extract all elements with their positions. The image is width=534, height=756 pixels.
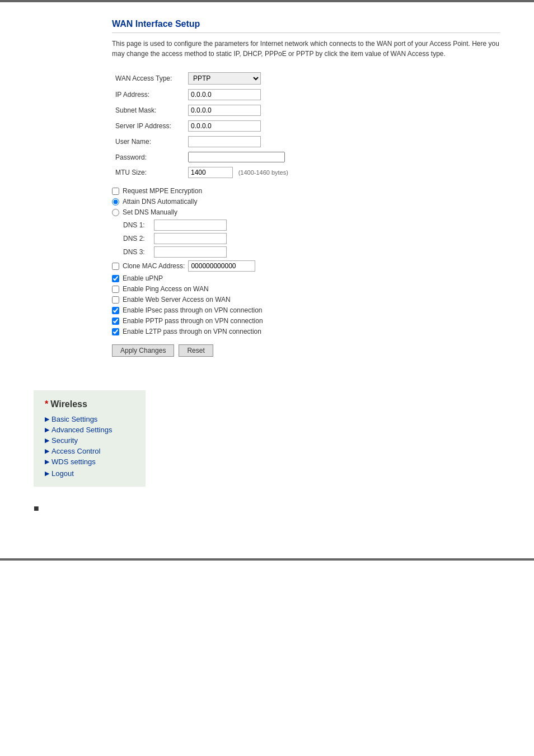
password-row: Password: <box>112 150 292 165</box>
wan-access-type-row: WAN Access Type: PPTP Static IP DHCP PPP… <box>112 70 292 87</box>
mtu-label: MTU Size: <box>112 165 185 180</box>
password-value <box>185 150 292 165</box>
clone-mac-label: Clone MAC Address: <box>123 262 185 270</box>
wan-access-type-select[interactable]: PPTP Static IP DHCP PPPoE <box>188 72 261 85</box>
username-row: User Name: <box>112 134 292 150</box>
server-ip-input[interactable] <box>188 120 261 132</box>
ip-address-input[interactable] <box>188 89 261 100</box>
wireless-nav-panel: *Wireless ▶ Basic Settings ▶ Advanced Se… <box>34 390 146 487</box>
ip-address-label: IP Address: <box>112 87 185 102</box>
clone-mac-input[interactable] <box>188 260 255 272</box>
reset-button[interactable]: Reset <box>179 344 213 357</box>
set-dns-row: Set DNS Manually <box>112 208 500 216</box>
arrow-icon-advanced: ▶ <box>45 426 49 433</box>
sidebar-item-label-advanced: Advanced Settings <box>51 426 112 434</box>
dns1-label: DNS 1: <box>123 221 154 229</box>
enable-l2tp-label: Enable L2TP pass through on VPN connecti… <box>123 328 261 335</box>
ip-address-row: IP Address: <box>112 87 292 102</box>
mtu-input[interactable] <box>188 167 233 178</box>
dns2-input[interactable] <box>154 233 227 244</box>
request-mppe-row: Request MPPE Encryption <box>112 187 500 195</box>
dns3-row: DNS 3: <box>123 246 500 258</box>
enable-web-label: Enable Web Server Access on WAN <box>123 296 231 304</box>
set-dns-label: Set DNS Manually <box>123 208 177 216</box>
server-ip-row: Server IP Address: <box>112 118 292 134</box>
form-table: WAN Access Type: PPTP Static IP DHCP PPP… <box>112 70 292 180</box>
logout-label: Logout <box>51 469 74 478</box>
sidebar-item-label-security: Security <box>51 436 78 445</box>
dns3-input[interactable] <box>154 246 227 258</box>
dns1-input[interactable] <box>154 220 227 231</box>
attain-dns-label: Attain DNS Automatically <box>123 198 197 206</box>
sidebar-item-security[interactable]: ▶ Security <box>45 435 134 446</box>
dns2-label: DNS 2: <box>123 235 154 242</box>
request-mppe-checkbox[interactable] <box>112 188 119 195</box>
enable-upnp-label: Enable uPNP <box>123 274 163 282</box>
password-label: Password: <box>112 150 185 165</box>
wan-form-section: WAN Access Type: PPTP Static IP DHCP PPP… <box>112 70 500 357</box>
logout-item[interactable]: ▶ Logout <box>45 469 134 478</box>
enable-ping-label: Enable Ping Access on WAN <box>123 285 209 293</box>
enable-l2tp-row: Enable L2TP pass through on VPN connecti… <box>112 328 500 335</box>
password-input[interactable] <box>188 152 285 162</box>
arrow-icon-basic: ▶ <box>45 416 49 423</box>
attain-dns-radio[interactable] <box>112 198 119 206</box>
sidebar-item-label-basic: Basic Settings <box>51 415 97 423</box>
button-row: Apply Changes Reset <box>112 344 500 357</box>
subnet-mask-input[interactable] <box>188 105 261 116</box>
subnet-mask-row: Subnet Mask: <box>112 102 292 118</box>
enable-ipsec-row: Enable IPsec pass through on VPN connect… <box>112 306 500 314</box>
request-mppe-label: Request MPPE Encryption <box>123 187 202 195</box>
attain-dns-row: Attain DNS Automatically <box>112 198 500 206</box>
enable-ipsec-label: Enable IPsec pass through on VPN connect… <box>123 306 263 314</box>
arrow-icon-logout: ▶ <box>45 470 49 477</box>
main-content: WAN Interface Setup This page is used to… <box>0 2 534 368</box>
arrow-icon-access: ▶ <box>45 447 49 455</box>
bullet-point: ■ <box>34 503 534 514</box>
mtu-row: MTU Size: (1400-1460 bytes) <box>112 165 292 180</box>
ip-address-value <box>185 87 292 102</box>
enable-l2tp-checkbox[interactable] <box>112 328 119 335</box>
mtu-note: (1400-1460 bytes) <box>238 169 288 176</box>
sidebar-item-access-control[interactable]: ▶ Access Control <box>45 446 134 456</box>
enable-upnp-checkbox[interactable] <box>112 275 119 282</box>
arrow-icon-wds: ▶ <box>45 458 49 465</box>
enable-ping-row: Enable Ping Access on WAN <box>112 285 500 293</box>
asterisk-icon: * <box>45 399 48 409</box>
clone-mac-row: Clone MAC Address: <box>112 260 500 272</box>
sidebar-item-label-access: Access Control <box>51 447 100 455</box>
dns2-row: DNS 2: <box>123 233 500 244</box>
enable-pptp-label: Enable PPTP pass through on VPN connecti… <box>123 317 263 325</box>
wan-access-type-value: PPTP Static IP DHCP PPPoE <box>185 70 292 87</box>
dns3-label: DNS 3: <box>123 248 154 256</box>
page-title: WAN Interface Setup <box>112 19 500 33</box>
subnet-mask-label: Subnet Mask: <box>112 102 185 118</box>
enable-pptp-row: Enable PPTP pass through on VPN connecti… <box>112 317 500 325</box>
apply-changes-button[interactable]: Apply Changes <box>112 344 174 357</box>
wireless-title: *Wireless <box>45 399 134 409</box>
sidebar-item-wds-settings[interactable]: ▶ WDS settings <box>45 456 134 467</box>
enable-pptp-checkbox[interactable] <box>112 318 119 325</box>
dns-section: DNS 1: DNS 2: DNS 3: <box>123 220 500 258</box>
page-description: This page is used to configure the param… <box>112 39 500 59</box>
dns1-row: DNS 1: <box>123 220 500 231</box>
wan-access-type-label: WAN Access Type: <box>112 70 185 87</box>
clone-mac-checkbox[interactable] <box>112 263 119 270</box>
set-dns-radio[interactable] <box>112 209 119 216</box>
footer-border <box>0 558 534 561</box>
sidebar-item-advanced-settings[interactable]: ▶ Advanced Settings <box>45 424 134 435</box>
username-label: User Name: <box>112 134 185 150</box>
username-input[interactable] <box>188 136 261 147</box>
server-ip-label: Server IP Address: <box>112 118 185 134</box>
username-value <box>185 134 292 150</box>
sidebar-item-label-wds: WDS settings <box>51 458 96 466</box>
mtu-value: (1400-1460 bytes) <box>185 165 292 180</box>
enable-ipsec-checkbox[interactable] <box>112 307 119 314</box>
wireless-label: Wireless <box>50 399 87 409</box>
enable-web-row: Enable Web Server Access on WAN <box>112 296 500 304</box>
sidebar-item-basic-settings[interactable]: ▶ Basic Settings <box>45 414 134 424</box>
enable-ping-checkbox[interactable] <box>112 286 119 293</box>
subnet-mask-value <box>185 102 292 118</box>
enable-upnp-row: Enable uPNP <box>112 274 500 282</box>
enable-web-checkbox[interactable] <box>112 296 119 304</box>
